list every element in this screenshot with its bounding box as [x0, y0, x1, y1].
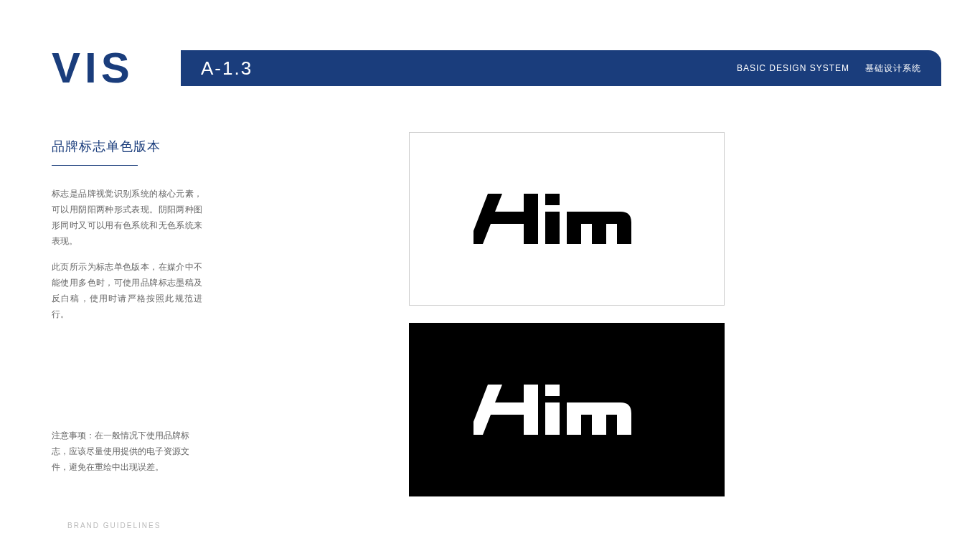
brand-logo-white-icon [473, 377, 660, 442]
svg-rect-4 [545, 385, 560, 396]
footer-label: BRAND GUIDELINES [67, 522, 161, 529]
title-underline [52, 165, 138, 166]
body-paragraph-1: 标志是品牌视觉识别系统的核心元素，可以用阴阳两种形式表现。阴阳两种图形同时又可以… [52, 186, 202, 249]
notice-text: 注意事项：在一般情况下使用品牌标志，应该尽量使用提供的电子资源文件，避免在重绘中… [52, 428, 202, 475]
header-bar: A-1.3 BASIC DESIGN SYSTEM 基础设计系统 [181, 50, 941, 86]
system-label-cn: 基础设计系统 [865, 62, 921, 75]
section-code: A-1.3 [201, 57, 253, 80]
header-right: BASIC DESIGN SYSTEM 基础设计系统 [737, 62, 921, 75]
logo-panel-light [409, 132, 725, 306]
logo-panel-dark [409, 323, 725, 496]
svg-rect-5 [545, 402, 560, 435]
svg-marker-0 [473, 194, 538, 244]
svg-rect-2 [545, 212, 560, 244]
brand-logo-black-icon [473, 187, 660, 251]
section-title: 品牌标志单色版本 [52, 138, 202, 155]
vis-label: VIS [52, 43, 134, 93]
svg-marker-3 [473, 385, 538, 435]
svg-rect-1 [545, 194, 560, 205]
system-label-en: BASIC DESIGN SYSTEM [737, 63, 849, 73]
left-column: 品牌标志单色版本 标志是品牌视觉识别系统的核心元素，可以用阴阳两种形式表现。阴阳… [52, 138, 202, 322]
body-paragraph-2: 此页所示为标志单色版本，在媒介中不能使用多色时，可使用品牌标志墨稿及反白稿，使用… [52, 259, 202, 322]
page: VIS A-1.3 BASIC DESIGN SYSTEM 基础设计系统 品牌标… [0, 0, 980, 551]
